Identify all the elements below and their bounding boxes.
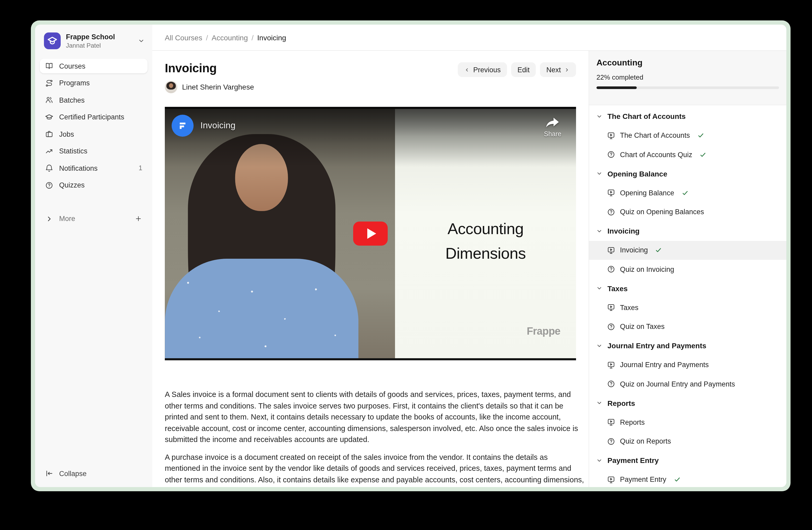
edit-label: Edit [518,66,530,73]
quiz-question-icon [607,380,615,388]
sidebar-item-programs[interactable]: Programs [40,76,147,90]
chapter-row-reports[interactable]: Reports [589,393,786,413]
previous-button[interactable]: Previous [458,62,507,77]
monitor-play-icon [607,189,615,197]
sidebar: Frappe School Jannat Patel Courses Progr… [35,25,152,487]
lesson-title: Quiz on Opening Balances [620,208,704,216]
sidebar-item-quizzes[interactable]: Quizzes [40,178,147,193]
school-switcher[interactable]: Frappe School Jannat Patel [35,25,152,49]
sidebar-item-notifications[interactable]: Notifications 1 [40,161,147,176]
lesson-main-panel[interactable]: Invoicing Linet Sherin Varghese [152,51,589,487]
youtube-play-button[interactable] [353,222,388,246]
monitor-play-icon [607,131,615,140]
share-label: Share [544,130,561,138]
author-name: Linet Sherin Varghese [182,83,254,91]
sidebar-item-jobs[interactable]: Jobs [40,127,147,141]
sidebar-item-courses[interactable]: Courses [40,59,147,73]
completed-check-icon [699,151,706,158]
share-icon [546,117,560,129]
progress-bar [596,86,779,89]
lesson-title: Quiz on Journal Entry and Payments [620,380,735,388]
plus-icon[interactable] [134,215,142,223]
sidebar-item-more[interactable]: More [40,211,147,226]
lesson-title: Quiz on Taxes [620,323,665,331]
sidebar-nav: Courses Programs Batches Certified Parti… [40,59,147,193]
page-title: Invoicing [165,61,254,75]
breadcrumb-course[interactable]: Accounting [212,33,248,42]
author-row: Linet Sherin Varghese [165,81,254,93]
lesson-row-journal-entry-and-payments[interactable]: Journal Entry and Payments [589,355,786,375]
lesson-row-taxes[interactable]: Taxes [589,298,786,317]
slide-title-line1: Accounting [395,216,576,241]
chapter-row-opening-balance[interactable]: Opening Balance [589,164,786,183]
collapse-sidebar-button[interactable]: Collapse [40,466,147,481]
lesson-row-quiz-on-opening-balances[interactable]: Quiz on Opening Balances [589,203,786,222]
chevron-left-icon [464,67,470,72]
sidebar-item-certified-participants[interactable]: Certified Participants [40,110,147,124]
content-row: Invoicing Linet Sherin Varghese [152,51,786,487]
lesson-row-payment-entry[interactable]: Payment Entry [589,470,786,487]
share-button[interactable]: Share [544,117,561,138]
briefcase-icon [45,130,53,138]
progress-label: 22% completed [596,73,779,81]
chevron-right-icon [564,67,570,72]
video-player[interactable]: Accounting Dimensions Frappe [165,107,576,360]
sidebar-item-label: Batches [59,96,85,104]
completed-check-icon [655,247,662,254]
completed-check-icon [681,190,688,196]
lesson-row-opening-balance[interactable]: Opening Balance [589,183,786,203]
edit-button[interactable]: Edit [511,62,536,77]
sidebar-item-label: Notifications [59,164,98,172]
stage: Frappe School Jannat Patel Courses Progr… [0,0,812,530]
chapter-row-the-chart-of-accounts[interactable]: The Chart of Accounts [589,107,786,126]
lesson-title: Quiz on Invoicing [620,266,674,274]
bell-icon [45,164,53,172]
next-button[interactable]: Next [540,62,576,77]
page-head: Invoicing Linet Sherin Varghese [165,61,576,93]
quiz-question-icon [607,265,615,274]
sidebar-item-batches[interactable]: Batches [40,93,147,107]
app-window: Frappe School Jannat Patel Courses Progr… [35,25,786,487]
slide-panel: Accounting Dimensions Frappe [395,109,576,358]
chevron-right-icon [45,214,53,223]
sidebar-item-label: Courses [59,62,86,70]
quiz-question-icon [607,208,615,216]
slide-title: Accounting Dimensions [395,216,576,266]
lesson-body-text: A Sales invoice is a formal document sen… [165,389,584,487]
chapter-row-invoicing[interactable]: Invoicing [589,222,786,241]
lesson-title: Payment Entry [620,476,666,484]
lesson-row-quiz-on-invoicing[interactable]: Quiz on Invoicing [589,260,786,279]
quiz-question-icon [607,437,615,446]
lesson-title: Reports [620,418,645,426]
chapter-row-taxes[interactable]: Taxes [589,279,786,298]
lesson-title: Invoicing [620,247,648,254]
lesson-actions: Previous Edit Next [458,62,576,77]
sidebar-item-statistics[interactable]: Statistics [40,144,147,158]
help-circle-icon [45,181,53,189]
lesson-row-invoicing[interactable]: Invoicing [589,241,786,260]
lesson-row-chart-of-accounts-quiz[interactable]: Chart of Accounts Quiz [589,145,786,164]
chevron-down-icon [596,458,602,463]
chapter-title: Opening Balance [607,170,667,178]
presenter-blouse [165,259,358,358]
frappe-channel-icon[interactable] [172,115,193,137]
course-outline-list[interactable]: The Chart of Accounts The Chart of Accou… [589,105,786,487]
video-title-row: Invoicing [172,115,235,137]
lesson-row-the-chart-of-accounts[interactable]: The Chart of Accounts [589,126,786,145]
lesson-row-quiz-on-journal-entry-and-payments[interactable]: Quiz on Journal Entry and Payments [589,375,786,393]
title-block: Invoicing Linet Sherin Varghese [165,61,254,93]
lesson-row-quiz-on-reports[interactable]: Quiz on Reports [589,432,786,451]
completed-check-icon [673,476,680,483]
lesson-paragraph: A Sales invoice is a formal document sen… [165,389,584,445]
lesson-row-quiz-on-taxes[interactable]: Quiz on Taxes [589,317,786,336]
chapter-row-payment-entry[interactable]: Payment Entry [589,451,786,470]
video-title[interactable]: Invoicing [200,121,235,131]
breadcrumb-separator: / [206,33,208,42]
breadcrumb-all-courses[interactable]: All Courses [165,33,202,42]
lesson-row-reports[interactable]: Reports [589,413,786,432]
collapse-label: Collapse [59,470,87,477]
lesson-title: Opening Balance [620,189,674,197]
chapter-title: Invoicing [607,227,640,235]
chapter-row-journal-entry-and-payments[interactable]: Journal Entry and Payments [589,336,786,355]
progress-bar-fill [596,86,637,89]
